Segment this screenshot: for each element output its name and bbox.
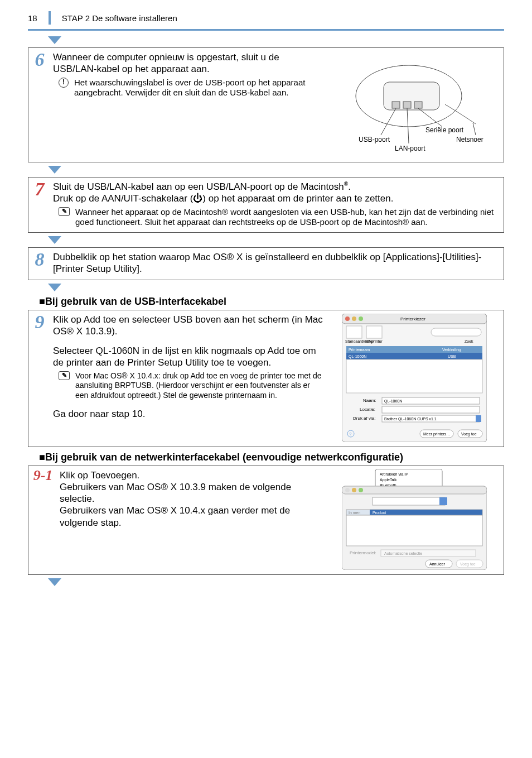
svg-text:In men: In men bbox=[349, 511, 361, 515]
svg-rect-54 bbox=[342, 486, 487, 494]
svg-text:Voeg toe: Voeg toe bbox=[460, 562, 476, 567]
step9-1-line2: Gebruikers van Mac OS® X 10.3.9 maken de… bbox=[60, 481, 325, 505]
svg-text:Locatie:: Locatie: bbox=[360, 407, 375, 412]
step7-note: Wanneer het apparaat op de Macintosh® wo… bbox=[75, 207, 498, 228]
svg-rect-32 bbox=[382, 406, 480, 413]
running-title: STAP 2 De software installeren bbox=[62, 13, 177, 23]
step-9-1: 9-1 Klik op Toevoegen. Gebruikers van Ma… bbox=[28, 466, 504, 575]
flow-arrow-icon bbox=[48, 36, 61, 44]
svg-rect-3 bbox=[403, 102, 411, 108]
step9-goto: Ga door naar stap 10. bbox=[53, 408, 325, 420]
network-add-dialog: Afdrukken via IP AppleTalk Bluetooth Ope… bbox=[342, 469, 487, 570]
svg-text:Printermodel:: Printermodel: bbox=[350, 550, 376, 555]
step-number: 9 bbox=[28, 310, 51, 447]
svg-point-56 bbox=[352, 488, 356, 492]
flow-arrow-icon bbox=[48, 284, 61, 291]
svg-text:Printerkiezer: Printerkiezer bbox=[400, 316, 425, 322]
step9-1-line1: Klik op Toevoegen. bbox=[60, 469, 325, 481]
svg-text:Voeg toe: Voeg toe bbox=[461, 432, 477, 436]
svg-point-11 bbox=[345, 316, 350, 321]
svg-rect-24 bbox=[346, 353, 482, 359]
svg-rect-36 bbox=[476, 415, 481, 422]
flow-arrow-icon bbox=[48, 236, 61, 244]
step-number: 9-1 bbox=[28, 466, 57, 574]
svg-text:USB: USB bbox=[448, 354, 456, 358]
svg-text:QL-1060N: QL-1060N bbox=[349, 354, 366, 359]
svg-text:Automatische selectie: Automatische selectie bbox=[384, 551, 422, 555]
svg-text:Meer printers…: Meer printers… bbox=[423, 432, 450, 436]
step7-line2: Druk op de AAN/UIT-schakelaar (⏻) op het… bbox=[53, 193, 498, 204]
label-serial: Seriële poort bbox=[425, 126, 464, 134]
svg-rect-15 bbox=[346, 326, 362, 338]
svg-line-6 bbox=[407, 108, 409, 143]
svg-text:AppleTalk: AppleTalk bbox=[380, 478, 397, 482]
section-usb-title: ■Bij gebruik van de USB-interfacekabel bbox=[39, 296, 504, 308]
svg-rect-59 bbox=[439, 497, 447, 505]
svg-rect-64 bbox=[346, 515, 482, 546]
svg-line-5 bbox=[381, 108, 396, 135]
flow-arrow-icon bbox=[48, 166, 61, 174]
svg-text:IP-printer: IP-printer bbox=[366, 339, 383, 344]
step-number: 7 bbox=[28, 177, 51, 232]
caution-icon: ! bbox=[59, 78, 69, 88]
label-power: Netsnoer bbox=[456, 136, 483, 143]
svg-text:Afdrukken via IP: Afdrukken via IP bbox=[380, 472, 408, 476]
svg-point-13 bbox=[359, 316, 363, 321]
step7-line1: Sluit de USB/LAN-kabel aan op een USB/LA… bbox=[53, 181, 498, 193]
flow-arrow-icon bbox=[48, 578, 61, 586]
note-icon: ✎ bbox=[59, 207, 70, 216]
step8-text: Dubbelklik op het station waarop Mac OS®… bbox=[53, 251, 498, 275]
page-number: 18 bbox=[28, 13, 37, 23]
step6-note: Het waarschuwingslabel is over de USB-po… bbox=[74, 78, 325, 99]
printer-ports-diagram: Seriële poort USB-poort LAN-poort Netsno… bbox=[336, 51, 492, 157]
svg-text:Product: Product bbox=[373, 511, 386, 515]
svg-text:Druk af via:: Druk af via: bbox=[353, 416, 375, 421]
svg-line-8 bbox=[473, 123, 476, 135]
note-icon: ✎ bbox=[59, 371, 70, 380]
svg-point-12 bbox=[352, 316, 356, 321]
svg-text:Printernaam: Printernaam bbox=[349, 348, 370, 352]
svg-rect-4 bbox=[414, 102, 422, 108]
header-rule bbox=[28, 29, 504, 31]
header-divider bbox=[49, 11, 51, 25]
step9-1-line3: Gebruikers van Mac OS® X 10.4.x gaan ver… bbox=[60, 505, 325, 529]
printer-chooser-dialog: Printerkiezer Standaardkiezer IP-printer… bbox=[342, 314, 487, 442]
svg-point-55 bbox=[345, 488, 350, 492]
step9-note: Voor Mac OS® X 10.4.x: druk op Add toe e… bbox=[75, 371, 325, 401]
svg-text:QL-1060N: QL-1060N bbox=[384, 399, 402, 404]
svg-text:Annuleer: Annuleer bbox=[429, 562, 446, 566]
svg-rect-62 bbox=[370, 510, 482, 515]
step9-line1: Klik op Add toe en selecteer USB boven a… bbox=[53, 314, 325, 338]
svg-text:Zoek: Zoek bbox=[465, 339, 473, 343]
step-9: 9 Klik op Add toe en selecteer USB boven… bbox=[28, 310, 504, 447]
svg-rect-16 bbox=[366, 326, 382, 338]
svg-text:Verbinding: Verbinding bbox=[442, 348, 461, 352]
step9-para2: Selecteer QL-1060N in de lijst en klik n… bbox=[53, 345, 325, 369]
svg-text:Brother QL-1060N CUPS v1.1: Brother QL-1060N CUPS v1.1 bbox=[384, 417, 437, 421]
step-7: 7 Sluit de USB/LAN-kabel aan op een USB/… bbox=[28, 177, 504, 233]
step6-heading: Wanneer de computer opnieuw is opgestart… bbox=[53, 51, 325, 75]
svg-rect-58 bbox=[373, 497, 445, 505]
svg-rect-2 bbox=[392, 102, 400, 108]
svg-text:Naam:: Naam: bbox=[363, 398, 376, 403]
svg-rect-19 bbox=[431, 328, 481, 336]
step-number: 8 bbox=[28, 248, 51, 280]
svg-rect-27 bbox=[346, 359, 482, 393]
label-usb: USB-poort bbox=[359, 136, 390, 143]
step-number: 6 bbox=[28, 48, 51, 162]
section-network-title: ■Bij gebruik van de netwerkinterfacekabe… bbox=[39, 452, 504, 463]
svg-point-57 bbox=[359, 488, 363, 492]
step-8: 8 Dubbelklik op het station waarop Mac O… bbox=[28, 247, 504, 280]
svg-text:?: ? bbox=[349, 431, 352, 436]
label-lan: LAN-poort bbox=[395, 145, 425, 152]
step-6: 6 Wanneer de computer opnieuw is opgesta… bbox=[28, 47, 504, 162]
